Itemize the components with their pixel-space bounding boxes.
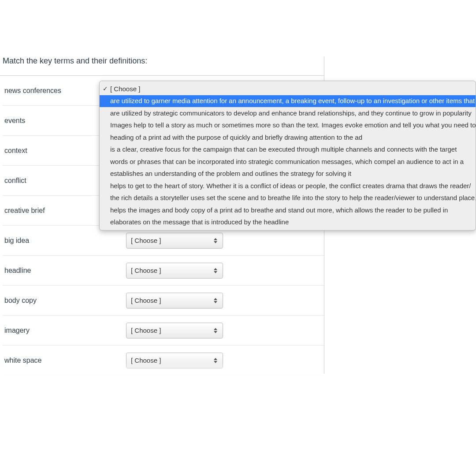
match-row: imagery[ Choose ] [3,316,324,346]
updown-icon [214,357,218,364]
dropdown-option-label: is a clear, creative focus for the campa… [110,145,457,153]
dropdown-option[interactable]: heading of a print ad with the purpose o… [100,131,476,144]
dropdown-option-label: words or phrases that can be incorporate… [110,158,464,165]
term-label: headline [3,267,126,275]
choose-dropdown[interactable]: ✓[ Choose ]are utilized to garner media … [99,81,476,231]
choose-select-value: [ Choose ] [131,237,161,244]
choose-select-value: [ Choose ] [131,357,161,364]
dropdown-option[interactable]: the rich details a storyteller uses set … [100,192,476,205]
dropdown-option-label: helps to get to the heart of story. Whet… [110,182,471,190]
choose-select-value: [ Choose ] [131,297,161,304]
dropdown-option-label: heading of a print ad with the purpose o… [110,134,362,141]
dropdown-option-label: Images help to tell a story as much or s… [110,121,476,129]
updown-icon [214,238,218,244]
dropdown-option[interactable]: Images help to tell a story as much or s… [100,119,476,132]
dropdown-option[interactable]: is a clear, creative focus for the campa… [100,144,476,156]
choose-select-value: [ Choose ] [131,327,161,334]
choose-select[interactable]: [ Choose ] [126,263,223,279]
dropdown-option-label: are utilized to garner media attention f… [110,97,475,104]
dropdown-option[interactable]: helps the images and body copy of a prin… [100,204,476,216]
question-title: Match the key terms and their definition… [0,56,324,75]
dropdown-option-label: the rich details a storyteller uses set … [110,194,476,201]
term-label: white space [3,357,126,364]
updown-icon [214,298,218,304]
dropdown-option[interactable]: words or phrases that can be incorporate… [100,156,476,168]
match-row: white space[ Choose ] [3,346,324,376]
term-label: body copy [3,297,126,305]
dropdown-option[interactable]: establishes an understanding of the prob… [100,168,476,180]
updown-icon [214,268,218,274]
updown-icon [214,327,218,334]
dropdown-option-label: [ Choose ] [110,85,140,93]
choose-select[interactable]: [ Choose ] [126,293,223,309]
term-label: big idea [3,237,126,245]
choose-select[interactable]: [ Choose ] [126,353,223,368]
choose-select-value: [ Choose ] [131,267,161,274]
check-icon: ✓ [103,84,108,93]
dropdown-option-label: are utilized by strategic communicators … [110,109,472,117]
dropdown-option[interactable]: ✓[ Choose ] [100,83,476,95]
dropdown-option-label: establishes an understanding of the prob… [110,170,351,177]
dropdown-option-label: helps the images and body copy of a prin… [110,206,448,214]
dropdown-option[interactable]: are utilized by strategic communicators … [100,107,476,119]
match-row: headline[ Choose ] [3,256,324,286]
dropdown-option[interactable]: are utilized to garner media attention f… [100,95,476,108]
dropdown-option[interactable]: helps to get to the heart of story. Whet… [100,180,476,192]
term-label: imagery [3,327,126,335]
dropdown-option-label: elaborates on the message that is introd… [110,218,289,226]
match-row: body copy[ Choose ] [3,286,324,316]
dropdown-option[interactable]: elaborates on the message that is introd… [100,216,476,229]
choose-select[interactable]: [ Choose ] [126,323,223,338]
choose-select[interactable]: [ Choose ] [126,233,223,249]
